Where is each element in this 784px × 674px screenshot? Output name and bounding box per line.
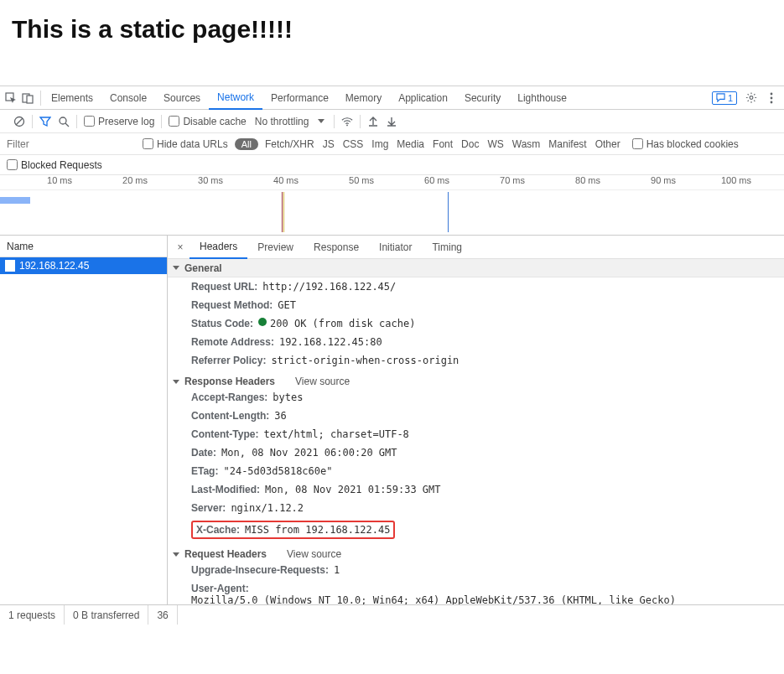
filter-other[interactable]: Other: [595, 138, 620, 150]
request-row[interactable]: 192.168.122.45: [0, 257, 167, 274]
tick: 40 ms: [226, 175, 302, 189]
disclosure-triangle-icon: [173, 266, 179, 270]
blocked-requests-checkbox[interactable]: Blocked Requests: [7, 159, 102, 171]
tab-performance[interactable]: Performance: [262, 86, 337, 110]
throttling-select[interactable]: No throttling: [255, 116, 309, 127]
tick: 30 ms: [151, 175, 226, 189]
filter-input[interactable]: [0, 135, 143, 153]
tab-application[interactable]: Application: [390, 86, 456, 110]
svg-point-11: [347, 124, 349, 126]
request-name: 192.168.122.45: [19, 260, 89, 272]
filter-manifest[interactable]: Manifest: [548, 138, 586, 150]
svg-line-8: [16, 118, 23, 125]
tick: 60 ms: [377, 175, 453, 189]
general-request-method: Request Method:GET: [168, 296, 784, 314]
filter-font[interactable]: Font: [433, 138, 453, 150]
svg-line-10: [65, 123, 69, 127]
detail-tab-headers[interactable]: Headers: [190, 236, 247, 259]
disclosure-triangle-icon: [173, 380, 179, 384]
request-header-row: User-Agent:Mozilla/5.0 (Windows NT 10.0;…: [168, 579, 784, 604]
response-header-row: Content-Type:text/html; charset=UTF-8: [168, 425, 784, 443]
section-request-headers[interactable]: Request Headers View source: [168, 542, 784, 561]
footer-resources: 36: [148, 605, 177, 625]
footer-transferred: 0 B transferred: [65, 605, 148, 625]
filter-all-pill[interactable]: All: [235, 138, 258, 150]
preserve-log-checkbox[interactable]: Preserve log: [84, 116, 154, 127]
network-toolbar: Preserve log Disable cache No throttling: [0, 110, 784, 133]
response-header-row: Date:Mon, 08 Nov 2021 06:00:20 GMT: [168, 443, 784, 462]
filter-fetchxhr[interactable]: Fetch/XHR: [265, 138, 314, 150]
general-referrer-policy: Referrer Policy:strict-origin-when-cross…: [168, 351, 784, 370]
filter-icon[interactable]: [39, 116, 51, 127]
response-header-row: ETag:"24-5d03d5818c60e": [168, 462, 784, 480]
devtools-tabstrip: Elements Console Sources Network Perform…: [0, 86, 784, 110]
detail-tabstrip: × Headers Preview Response Initiator Tim…: [168, 236, 784, 259]
device-toggle-icon[interactable]: [22, 92, 34, 104]
svg-point-6: [771, 101, 773, 103]
filter-doc[interactable]: Doc: [461, 138, 479, 150]
gear-icon[interactable]: [745, 92, 757, 104]
tick: 80 ms: [528, 175, 604, 189]
messages-badge[interactable]: 1: [712, 91, 737, 105]
tab-memory[interactable]: Memory: [337, 86, 390, 110]
blocked-requests-label: Blocked Requests: [21, 159, 102, 171]
svg-point-9: [60, 117, 66, 124]
filter-ws[interactable]: WS: [487, 138, 503, 150]
detail-tab-response[interactable]: Response: [304, 236, 369, 259]
devtools-panel: Elements Console Sources Network Perform…: [0, 86, 784, 625]
has-blocked-cookies-checkbox[interactable]: Has blocked cookies: [632, 138, 739, 150]
section-response-title: Response Headers: [184, 376, 275, 387]
footer-requests: 1 requests: [0, 605, 65, 625]
more-icon[interactable]: [766, 92, 777, 104]
network-main: Name 192.168.122.45 × Headers Preview Re…: [0, 236, 784, 604]
filter-media[interactable]: Media: [397, 138, 424, 150]
status-dot-icon: [258, 318, 267, 326]
tab-elements[interactable]: Elements: [43, 86, 101, 110]
view-source-link[interactable]: View source: [295, 376, 350, 387]
has-blocked-cookies-label: Has blocked cookies: [646, 138, 739, 150]
tab-network[interactable]: Network: [209, 86, 262, 110]
inspect-icon[interactable]: [5, 92, 17, 104]
section-general[interactable]: General: [168, 259, 784, 277]
filter-img[interactable]: Img: [371, 138, 388, 150]
tick: 90 ms: [604, 175, 679, 189]
svg-point-3: [750, 96, 753, 100]
chevron-down-icon[interactable]: [315, 116, 327, 127]
disable-cache-checkbox[interactable]: Disable cache: [169, 116, 246, 127]
section-general-title: General: [184, 262, 222, 274]
tab-sources[interactable]: Sources: [155, 86, 209, 110]
wifi-icon[interactable]: [341, 116, 353, 127]
detail-tab-initiator[interactable]: Initiator: [369, 236, 422, 259]
column-header-name[interactable]: Name: [0, 236, 167, 257]
disclosure-triangle-icon: [173, 552, 179, 557]
close-icon[interactable]: ×: [171, 241, 190, 253]
timeline-waveform: [0, 192, 784, 232]
request-list: Name 192.168.122.45: [0, 236, 168, 604]
view-source-link[interactable]: View source: [287, 548, 341, 560]
upload-icon[interactable]: [367, 116, 379, 127]
tab-console[interactable]: Console: [101, 86, 155, 110]
blocked-requests-row: Blocked Requests: [0, 155, 784, 175]
tab-security[interactable]: Security: [456, 86, 509, 110]
clear-icon[interactable]: [13, 116, 25, 127]
hide-data-urls-checkbox[interactable]: Hide data URLs: [143, 138, 228, 150]
detail-tab-timing[interactable]: Timing: [422, 236, 472, 259]
request-detail: × Headers Preview Response Initiator Tim…: [168, 236, 784, 604]
request-header-row: Upgrade-Insecure-Requests:1: [168, 561, 784, 579]
tick: 100 ms: [679, 175, 755, 189]
section-response-headers[interactable]: Response Headers View source: [168, 370, 784, 388]
detail-tab-preview[interactable]: Preview: [247, 236, 304, 259]
download-icon[interactable]: [386, 116, 397, 127]
filter-wasm[interactable]: Wasm: [512, 138, 541, 150]
timeline[interactable]: 10 ms 20 ms 30 ms 40 ms 50 ms 60 ms 70 m…: [0, 175, 784, 236]
response-header-row: Content-Length:36: [168, 407, 784, 425]
search-icon[interactable]: [58, 116, 70, 127]
filter-css[interactable]: CSS: [343, 138, 364, 150]
general-request-url: Request URL:http://192.168.122.45/: [168, 277, 784, 296]
tab-lighthouse[interactable]: Lighthouse: [509, 86, 575, 110]
section-request-title: Request Headers: [184, 548, 267, 560]
messages-count: 1: [728, 93, 733, 103]
status-bar: 1 requests 0 B transferred 36: [0, 604, 784, 625]
filter-js[interactable]: JS: [323, 138, 335, 150]
page-heading: This is a static page!!!!!: [12, 15, 772, 44]
